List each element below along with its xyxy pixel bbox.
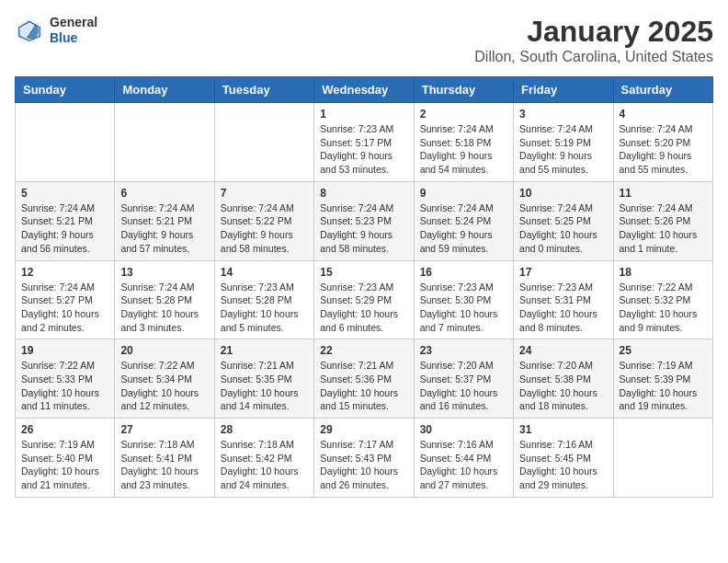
calendar-cell: 21Sunrise: 7:21 AM Sunset: 5:35 PM Dayli… (214, 339, 313, 419)
day-info: Sunrise: 7:24 AM Sunset: 5:23 PM Dayligh… (320, 201, 407, 256)
calendar-cell: 15Sunrise: 7:23 AM Sunset: 5:29 PM Dayli… (314, 260, 414, 339)
calendar-cell: 27Sunrise: 7:18 AM Sunset: 5:41 PM Dayli… (115, 419, 214, 498)
weekday-header: Tuesday (214, 77, 313, 103)
logo-icon (15, 16, 44, 45)
day-info: Sunrise: 7:24 AM Sunset: 5:24 PM Dayligh… (420, 201, 507, 256)
day-number: 11 (620, 187, 707, 200)
calendar-cell: 31Sunrise: 7:16 AM Sunset: 5:45 PM Dayli… (514, 419, 613, 498)
day-number: 21 (221, 344, 308, 357)
day-info: Sunrise: 7:24 AM Sunset: 5:22 PM Dayligh… (221, 201, 308, 256)
calendar-cell: 8Sunrise: 7:24 AM Sunset: 5:23 PM Daylig… (314, 181, 414, 260)
location: Dillon, South Carolina, United States (474, 49, 713, 65)
calendar-cell: 1Sunrise: 7:23 AM Sunset: 5:17 PM Daylig… (314, 103, 414, 182)
day-info: Sunrise: 7:20 AM Sunset: 5:38 PM Dayligh… (519, 359, 607, 413)
calendar-week-row: 12Sunrise: 7:24 AM Sunset: 5:27 PM Dayli… (16, 260, 713, 339)
calendar-cell (16, 103, 115, 182)
day-info: Sunrise: 7:22 AM Sunset: 5:34 PM Dayligh… (120, 359, 208, 413)
day-number: 25 (620, 344, 707, 357)
day-info: Sunrise: 7:23 AM Sunset: 5:31 PM Dayligh… (519, 281, 607, 335)
weekday-header-row: SundayMondayTuesdayWednesdayThursdayFrid… (16, 77, 713, 103)
calendar-week-row: 1Sunrise: 7:23 AM Sunset: 5:17 PM Daylig… (16, 103, 713, 182)
calendar-cell: 26Sunrise: 7:19 AM Sunset: 5:40 PM Dayli… (16, 419, 115, 498)
calendar-cell: 24Sunrise: 7:20 AM Sunset: 5:38 PM Dayli… (514, 339, 613, 419)
weekday-header: Monday (115, 77, 214, 103)
month-title: January 2025 (474, 15, 713, 49)
day-number: 5 (21, 187, 108, 200)
day-info: Sunrise: 7:16 AM Sunset: 5:44 PM Dayligh… (420, 438, 507, 492)
day-number: 16 (420, 266, 507, 279)
calendar-table: SundayMondayTuesdayWednesdayThursdayFrid… (15, 76, 713, 498)
day-number: 12 (21, 266, 108, 279)
day-number: 30 (420, 423, 507, 436)
day-info: Sunrise: 7:23 AM Sunset: 5:28 PM Dayligh… (221, 281, 308, 335)
calendar-cell (613, 419, 712, 498)
day-info: Sunrise: 7:21 AM Sunset: 5:36 PM Dayligh… (320, 359, 407, 413)
day-number: 9 (420, 187, 507, 200)
day-info: Sunrise: 7:20 AM Sunset: 5:37 PM Dayligh… (420, 359, 507, 413)
day-number: 29 (320, 423, 407, 436)
calendar-cell: 19Sunrise: 7:22 AM Sunset: 5:33 PM Dayli… (16, 339, 115, 419)
day-info: Sunrise: 7:24 AM Sunset: 5:27 PM Dayligh… (21, 281, 108, 335)
day-info: Sunrise: 7:17 AM Sunset: 5:43 PM Dayligh… (320, 438, 407, 492)
calendar-cell: 2Sunrise: 7:24 AM Sunset: 5:18 PM Daylig… (414, 103, 513, 182)
calendar-week-row: 19Sunrise: 7:22 AM Sunset: 5:33 PM Dayli… (16, 339, 713, 419)
day-number: 23 (420, 344, 507, 357)
day-info: Sunrise: 7:24 AM Sunset: 5:18 PM Dayligh… (420, 122, 507, 177)
day-info: Sunrise: 7:24 AM Sunset: 5:21 PM Dayligh… (120, 201, 208, 256)
day-info: Sunrise: 7:23 AM Sunset: 5:30 PM Dayligh… (420, 281, 507, 335)
day-number: 8 (320, 187, 407, 200)
calendar-cell: 23Sunrise: 7:20 AM Sunset: 5:37 PM Dayli… (414, 339, 513, 419)
day-number: 20 (120, 344, 208, 357)
day-info: Sunrise: 7:19 AM Sunset: 5:39 PM Dayligh… (620, 359, 707, 413)
day-number: 4 (620, 108, 707, 121)
calendar-cell: 18Sunrise: 7:22 AM Sunset: 5:32 PM Dayli… (613, 260, 712, 339)
day-number: 24 (519, 344, 607, 357)
day-info: Sunrise: 7:23 AM Sunset: 5:17 PM Dayligh… (320, 122, 407, 177)
calendar-cell: 22Sunrise: 7:21 AM Sunset: 5:36 PM Dayli… (314, 339, 414, 419)
day-info: Sunrise: 7:22 AM Sunset: 5:32 PM Dayligh… (620, 281, 707, 335)
weekday-header: Thursday (414, 77, 513, 103)
weekday-header: Saturday (613, 77, 712, 103)
weekday-header: Friday (514, 77, 613, 103)
weekday-header: Sunday (16, 77, 115, 103)
title-section: January 2025 Dillon, South Carolina, Uni… (474, 15, 713, 65)
day-info: Sunrise: 7:23 AM Sunset: 5:29 PM Dayligh… (320, 281, 407, 335)
day-number: 27 (120, 423, 208, 436)
logo-blue-text: Blue (50, 30, 97, 46)
day-info: Sunrise: 7:18 AM Sunset: 5:41 PM Dayligh… (120, 438, 208, 492)
calendar-cell: 6Sunrise: 7:24 AM Sunset: 5:21 PM Daylig… (115, 181, 214, 260)
calendar-cell: 29Sunrise: 7:17 AM Sunset: 5:43 PM Dayli… (314, 419, 414, 498)
day-number: 6 (120, 187, 208, 200)
day-number: 14 (221, 266, 308, 279)
day-number: 2 (420, 108, 507, 121)
weekday-header: Wednesday (314, 77, 414, 103)
day-number: 17 (519, 266, 607, 279)
day-number: 19 (21, 344, 108, 357)
day-info: Sunrise: 7:24 AM Sunset: 5:21 PM Dayligh… (21, 201, 108, 256)
day-number: 26 (21, 423, 108, 436)
calendar-cell: 7Sunrise: 7:24 AM Sunset: 5:22 PM Daylig… (214, 181, 313, 260)
calendar-cell: 3Sunrise: 7:24 AM Sunset: 5:19 PM Daylig… (514, 103, 613, 182)
calendar-cell (115, 103, 214, 182)
calendar-cell (214, 103, 313, 182)
day-number: 3 (519, 108, 607, 121)
day-info: Sunrise: 7:24 AM Sunset: 5:25 PM Dayligh… (519, 201, 607, 256)
calendar-cell: 4Sunrise: 7:24 AM Sunset: 5:20 PM Daylig… (613, 103, 712, 182)
calendar-cell: 12Sunrise: 7:24 AM Sunset: 5:27 PM Dayli… (16, 260, 115, 339)
day-info: Sunrise: 7:19 AM Sunset: 5:40 PM Dayligh… (21, 438, 108, 492)
logo: General Blue (15, 15, 97, 46)
logo-text: General Blue (50, 15, 97, 46)
day-number: 15 (320, 266, 407, 279)
day-info: Sunrise: 7:24 AM Sunset: 5:26 PM Dayligh… (620, 201, 707, 256)
day-number: 22 (320, 344, 407, 357)
day-number: 1 (320, 108, 407, 121)
calendar-cell: 10Sunrise: 7:24 AM Sunset: 5:25 PM Dayli… (514, 181, 613, 260)
calendar-cell: 17Sunrise: 7:23 AM Sunset: 5:31 PM Dayli… (514, 260, 613, 339)
logo-general-text: General (50, 15, 97, 30)
day-number: 13 (120, 266, 208, 279)
day-info: Sunrise: 7:24 AM Sunset: 5:20 PM Dayligh… (620, 122, 707, 177)
calendar-cell: 5Sunrise: 7:24 AM Sunset: 5:21 PM Daylig… (16, 181, 115, 260)
day-number: 10 (519, 187, 607, 200)
day-number: 31 (519, 423, 607, 436)
calendar-cell: 30Sunrise: 7:16 AM Sunset: 5:44 PM Dayli… (414, 419, 513, 498)
